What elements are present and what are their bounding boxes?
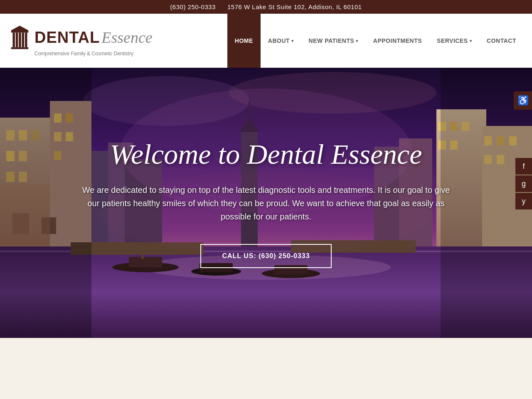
svg-rect-3 — [19, 32, 21, 47]
logo-text-essence: Essence — [101, 28, 152, 47]
top-bar: (630) 250-0333 1576 W Lake St Suite 102,… — [0, 0, 532, 14]
svg-rect-0 — [11, 47, 29, 49]
nav-item-appointments[interactable]: APPOINTMENTS — [366, 14, 429, 68]
hero-content: Welcome to Dental Essence We are dedicat… — [54, 138, 478, 268]
nav-item-contact[interactable]: CONTACT — [479, 14, 524, 68]
accessibility-button[interactable]: ♿ — [514, 91, 532, 110]
bottom-section — [0, 338, 532, 399]
nav-links: HOMEABOUT ▾NEW PATIENTS ▾APPOINTMENTSSER… — [227, 14, 524, 68]
logo-text-dental: DENTAL — [34, 29, 100, 47]
svg-rect-6 — [11, 30, 29, 33]
dropdown-caret-new-patients: ▾ — [356, 39, 358, 43]
cta-button[interactable]: CALL US: (630) 250-0333 — [200, 244, 331, 268]
navbar: DENTAL Essence Comprehensive Family & Co… — [0, 14, 532, 68]
dropdown-caret-services: ▾ — [470, 39, 472, 43]
svg-rect-5 — [25, 32, 27, 47]
facebook-button[interactable]: f — [515, 158, 532, 175]
svg-rect-1 — [12, 32, 15, 47]
nav-item-about[interactable]: ABOUT ▾ — [261, 14, 301, 68]
phone-number[interactable]: (630) 250-0333 — [170, 3, 216, 10]
yelp-button[interactable]: y — [515, 193, 532, 209]
logo-link[interactable]: DENTAL Essence Comprehensive Family & Co… — [8, 25, 153, 57]
svg-marker-7 — [11, 26, 29, 30]
google-button[interactable]: g — [515, 175, 532, 192]
nav-item-home[interactable]: HOME — [227, 14, 261, 68]
svg-rect-4 — [22, 32, 25, 47]
hero-description: We are dedicated to staying on top of th… — [79, 183, 453, 223]
nav-item-services[interactable]: SERVICES ▾ — [429, 14, 479, 68]
logo-icon — [8, 25, 31, 50]
hero-section: Welcome to Dental Essence We are dedicat… — [0, 68, 532, 338]
logo-main: DENTAL Essence — [8, 25, 153, 50]
address: 1576 W Lake St Suite 102, Addison, IL 60… — [227, 3, 362, 10]
dropdown-caret-about: ▾ — [291, 39, 294, 43]
social-sidebar: f g y — [515, 158, 532, 209]
hero-title: Welcome to Dental Essence — [79, 138, 453, 171]
nav-item-new-patients[interactable]: NEW PATIENTS ▾ — [301, 14, 366, 68]
svg-rect-2 — [16, 32, 18, 47]
logo-tagline: Comprehensive Family & Cosmetic Dentistr… — [34, 51, 133, 57]
